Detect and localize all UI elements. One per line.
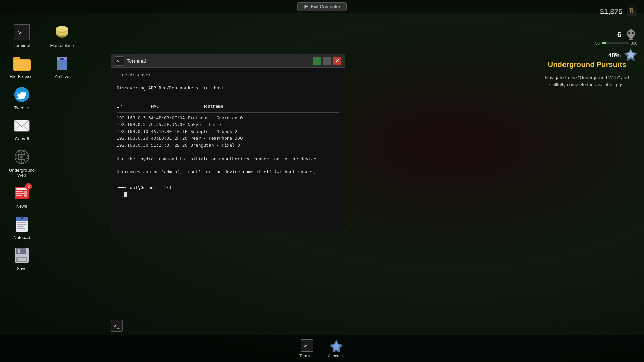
svg-rect-38 — [16, 191, 23, 192]
terminal-tree-line: └─netdiscover — [117, 72, 339, 78]
table-header-ip: IP — [117, 102, 151, 110]
skull-icon — [625, 28, 637, 41]
quest-description: Navigate to the "Underground Web" and sk… — [537, 74, 637, 88]
terminal-close-button[interactable]: ✕ — [333, 57, 341, 65]
terminal-username-tip: Usernames can be 'admin', 'root', or the… — [117, 169, 339, 175]
save-icon — [14, 247, 29, 263]
exit-computer-button[interactable]: [E] Exit Computer — [297, 2, 347, 11]
taskbar-terminal-icon: >_ — [300, 339, 314, 352]
news-label: News — [16, 204, 28, 209]
hud-panel: $1,875 B 6 50 300 48% — [595, 5, 637, 61]
svg-point-16 — [56, 26, 68, 32]
hud-xp-bar — [602, 42, 629, 44]
hud-xp-current: 50 — [595, 41, 600, 46]
underground-web-icon — [14, 149, 30, 165]
svg-point-35 — [20, 155, 23, 159]
svg-rect-41 — [24, 191, 27, 197]
hud-level: 6 — [617, 30, 621, 39]
folder-icon — [13, 56, 31, 71]
terminal-branch: └─ — [117, 191, 122, 196]
terminal-network-table: IP MAC Hostname — [117, 102, 339, 110]
svg-rect-48 — [21, 216, 23, 219]
svg-rect-44 — [17, 222, 26, 223]
quest-title: Underground Pursuits — [537, 60, 637, 69]
terminal-separator-top — [117, 100, 339, 100]
hud-xp-max: 300 — [631, 41, 637, 46]
quest-panel: Underground Pursuits Navigate to the "Un… — [530, 54, 644, 95]
taskbar-airocrack[interactable]: Airocrack — [325, 337, 348, 360]
terminal-network-rows: 192.168.0.3 3A:4B:0B:0E:0A Protheus - Gu… — [117, 115, 339, 149]
taskbar-terminal[interactable]: >_ Terminal — [296, 337, 318, 360]
terminal-info-button[interactable]: i — [313, 57, 321, 65]
svg-rect-39 — [16, 193, 24, 194]
svg-point-4 — [632, 32, 634, 34]
svg-rect-46 — [17, 226, 24, 227]
svg-rect-51 — [18, 249, 20, 253]
terminal-icon: >_ — [14, 24, 30, 40]
terminal-separator-mid — [117, 112, 339, 113]
desktop-icon-gomail[interactable]: Gomail — [3, 114, 40, 145]
taskbar: >_ Terminal Airocrack — [0, 335, 644, 362]
desktop-icon-tweeter[interactable]: Tweeter — [3, 82, 40, 114]
terminal-titlebar: >_ Terminal i ─ ✕ — [111, 54, 345, 68]
table-row: 192.168.0.3 3A:4B:0B:0E:0A Protheus - Gu… — [117, 115, 339, 121]
svg-rect-53 — [18, 258, 26, 261]
svg-rect-19 — [14, 60, 30, 70]
file-browser-label: File Browser — [10, 74, 34, 79]
marketplace-label: Marketplace — [50, 43, 74, 48]
terminal-discovering-text: Discovering ARP Req/Rep packets from hos… — [117, 85, 339, 92]
terminal-cursor — [124, 192, 127, 197]
svg-point-2 — [627, 29, 635, 38]
svg-point-8 — [629, 38, 633, 40]
desktop-icon-save[interactable]: Save — [3, 243, 40, 275]
notepad-label: Notepad — [13, 235, 30, 240]
svg-rect-45 — [17, 224, 26, 225]
desktop-icon-file-browser[interactable]: File Browser — [3, 51, 40, 82]
table-header-hostname: Hostname — [202, 102, 339, 110]
gomail-label: Gomail — [15, 136, 29, 141]
desktop-icon-marketplace[interactable]: Marketplace — [44, 20, 80, 51]
airocrack-icon — [330, 339, 343, 352]
exit-bar: [E] Exit Computer — [0, 0, 644, 13]
table-row: 192.168.0.30 5E:2F:3F:2E:20 Orangutan - … — [117, 142, 339, 149]
desktop-icon-news[interactable]: 8 News — [3, 181, 40, 212]
terminal-label: Terminal — [13, 43, 30, 48]
save-label: Save — [17, 266, 27, 271]
desktop-icons: >_ Terminal Marketplace — [0, 17, 54, 278]
bottom-mini-terminal[interactable]: >_ — [111, 320, 123, 332]
svg-rect-40 — [16, 195, 22, 196]
hud-xp-fill — [602, 42, 606, 44]
tweeter-icon — [14, 86, 30, 103]
underground-web-label: Underground Web — [5, 168, 38, 178]
svg-rect-37 — [16, 188, 27, 190]
terminal-prompt-line2: └─ — [117, 191, 339, 197]
archive-label: Archive — [55, 74, 69, 79]
terminal-prompt: ┌──(root@Gumbo) - [~] — [117, 184, 339, 191]
terminal-body: └─netdiscover Discovering ARP Req/Rep pa… — [111, 68, 345, 231]
desktop-icon-terminal[interactable]: >_ Terminal — [3, 20, 40, 51]
hud-xp-bar-row: 50 300 — [595, 41, 637, 46]
desktop-icon-underground-web[interactable]: Underground Web — [3, 145, 40, 181]
terminal-window: >_ Terminal i ─ ✕ └─netdiscover Discover… — [111, 54, 345, 231]
svg-rect-47 — [17, 228, 25, 229]
table-row: 192.168.0.10 4A:1D:B0:1F:1E Snapple - Mc… — [117, 128, 339, 135]
table-row: 192.168.0.20 4D:E0:3E:2F:20 Pear - PearP… — [117, 135, 339, 142]
news-badge: 8 — [25, 183, 32, 190]
svg-point-3 — [628, 32, 630, 34]
taskbar-airocrack-icon — [330, 339, 343, 352]
marketplace-icon — [54, 24, 70, 40]
hud-level-row: 6 — [595, 28, 637, 41]
desktop-icon-notepad[interactable]: Notepad — [3, 212, 40, 243]
terminal-window-title: Terminal — [127, 58, 313, 64]
taskbar-airocrack-label: Airocrack — [328, 354, 345, 358]
tweeter-label: Tweeter — [14, 105, 30, 110]
archive-icon — [54, 55, 70, 71]
terminal-window-icon: >_ — [115, 56, 124, 66]
terminal-hydra-tip: Use the 'hydra' command to initiate an u… — [117, 156, 339, 162]
terminal-minimize-button[interactable]: ─ — [323, 57, 331, 65]
table-header-mac: MAC — [151, 102, 202, 110]
gomail-icon — [14, 119, 30, 132]
table-row: 192.168.0.5 7C:35:3F:3A:0E Nokyo - Lumix — [117, 121, 339, 128]
desktop-icon-archive[interactable]: Archive — [44, 51, 80, 82]
taskbar-terminal-label: Terminal — [299, 354, 314, 358]
